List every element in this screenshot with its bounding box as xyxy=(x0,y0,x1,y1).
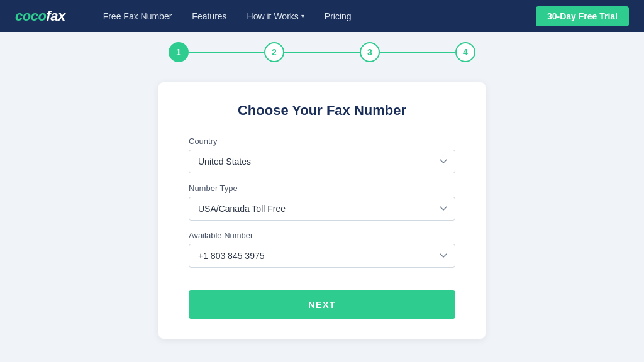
available-number-group: Available Number +1 803 845 3975 +1 855 … xyxy=(189,231,455,268)
country-label: Country xyxy=(189,136,455,146)
step-2[interactable]: 2 xyxy=(264,42,284,62)
country-select[interactable]: United States Canada United Kingdom Aust… xyxy=(189,150,455,173)
form-card: Choose Your Fax Number Country United St… xyxy=(158,82,486,339)
step-line-3-4 xyxy=(380,52,455,53)
nav: Free Fax Number Features How it Works ▾ … xyxy=(103,6,629,26)
available-number-select[interactable]: +1 803 845 3975 +1 855 234 5678 +1 888 3… xyxy=(189,244,455,268)
trial-button[interactable]: 30-Day Free Trial xyxy=(536,6,629,26)
nav-how-it-works[interactable]: How it Works ▾ xyxy=(247,11,304,21)
step-3[interactable]: 3 xyxy=(360,42,380,62)
card-title: Choose Your Fax Number xyxy=(189,102,455,119)
number-type-select[interactable]: USA/Canada Toll Free Local International xyxy=(189,197,455,221)
step-4[interactable]: 4 xyxy=(455,42,475,62)
logo: cocofax xyxy=(15,8,65,25)
header: cocofax Free Fax Number Features How it … xyxy=(0,0,644,32)
stepper-bar: 1 2 3 4 xyxy=(0,32,644,70)
step-1[interactable]: 1 xyxy=(169,42,189,62)
chevron-down-icon: ▾ xyxy=(301,13,304,19)
stepper: 1 2 3 4 xyxy=(169,42,475,62)
nav-free-fax-number[interactable]: Free Fax Number xyxy=(103,11,172,21)
main-content: Choose Your Fax Number Country United St… xyxy=(0,70,644,351)
nav-pricing[interactable]: Pricing xyxy=(325,11,352,21)
step-line-2-3 xyxy=(284,52,360,53)
number-type-group: Number Type USA/Canada Toll Free Local I… xyxy=(189,184,455,221)
available-number-label: Available Number xyxy=(189,231,455,240)
next-button[interactable]: NEXT xyxy=(189,290,455,319)
number-type-label: Number Type xyxy=(189,184,455,193)
step-line-1-2 xyxy=(189,52,264,53)
country-group: Country United States Canada United King… xyxy=(189,136,455,173)
nav-features[interactable]: Features xyxy=(192,11,226,21)
